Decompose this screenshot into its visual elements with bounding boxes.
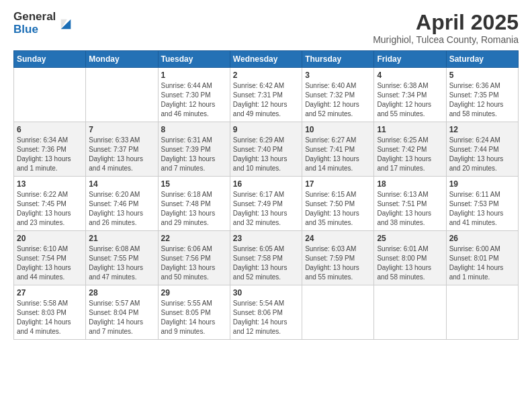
day-info: Sunrise: 6:01 AM Sunset: 8:00 PM Dayligh… (377, 244, 443, 282)
day-header: Friday (374, 51, 446, 68)
logo: General Blue (13, 11, 73, 36)
day-number: 27 (17, 288, 83, 298)
day-info: Sunrise: 6:42 AM Sunset: 7:31 PM Dayligh… (233, 81, 299, 119)
day-cell: 13Sunrise: 6:22 AM Sunset: 7:45 PM Dayli… (14, 177, 86, 231)
day-cell: 30Sunrise: 5:54 AM Sunset: 8:06 PM Dayli… (230, 285, 302, 340)
day-info: Sunrise: 6:27 AM Sunset: 7:41 PM Dayligh… (305, 136, 371, 173)
day-cell: 20Sunrise: 6:10 AM Sunset: 7:54 PM Dayli… (14, 231, 86, 285)
day-number: 15 (161, 179, 227, 189)
day-info: Sunrise: 6:20 AM Sunset: 7:46 PM Dayligh… (89, 190, 154, 228)
day-info: Sunrise: 5:54 AM Sunset: 8:06 PM Dayligh… (233, 299, 299, 336)
day-cell (374, 285, 446, 340)
day-info: Sunrise: 6:33 AM Sunset: 7:37 PM Dayligh… (89, 136, 154, 173)
day-header: Sunday (14, 51, 86, 68)
header: General Blue April 2025 Murighiol, Tulce… (13, 11, 519, 45)
day-number: 20 (17, 234, 83, 243)
logo-icon (58, 17, 73, 32)
day-number: 21 (89, 234, 154, 243)
day-number: 26 (449, 234, 515, 243)
day-info: Sunrise: 5:55 AM Sunset: 8:05 PM Dayligh… (161, 299, 227, 336)
day-info: Sunrise: 6:22 AM Sunset: 7:45 PM Dayligh… (17, 190, 83, 228)
day-cell: 27Sunrise: 5:58 AM Sunset: 8:03 PM Dayli… (14, 285, 86, 340)
day-info: Sunrise: 6:10 AM Sunset: 7:54 PM Dayligh… (17, 244, 83, 282)
day-cell (302, 285, 374, 340)
day-cell: 23Sunrise: 6:05 AM Sunset: 7:58 PM Dayli… (230, 231, 302, 285)
day-number: 28 (89, 288, 154, 298)
week-row: 27Sunrise: 5:58 AM Sunset: 8:03 PM Dayli… (14, 285, 519, 340)
day-cell (14, 68, 86, 122)
week-row: 1Sunrise: 6:44 AM Sunset: 7:30 PM Daylig… (14, 68, 519, 122)
day-number: 2 (233, 71, 299, 80)
logo-blue: Blue (13, 24, 56, 36)
day-info: Sunrise: 6:29 AM Sunset: 7:40 PM Dayligh… (233, 136, 299, 173)
day-cell: 16Sunrise: 6:17 AM Sunset: 7:49 PM Dayli… (230, 177, 302, 231)
day-info: Sunrise: 6:31 AM Sunset: 7:39 PM Dayligh… (161, 136, 227, 173)
day-cell: 24Sunrise: 6:03 AM Sunset: 7:59 PM Dayli… (302, 231, 374, 285)
day-info: Sunrise: 6:00 AM Sunset: 8:01 PM Dayligh… (449, 244, 515, 282)
day-info: Sunrise: 5:58 AM Sunset: 8:03 PM Dayligh… (17, 299, 83, 336)
day-info: Sunrise: 6:15 AM Sunset: 7:50 PM Dayligh… (305, 190, 371, 228)
day-cell: 11Sunrise: 6:25 AM Sunset: 7:42 PM Dayli… (374, 122, 446, 177)
calendar-body: 1Sunrise: 6:44 AM Sunset: 7:30 PM Daylig… (14, 68, 519, 340)
day-cell: 14Sunrise: 6:20 AM Sunset: 7:46 PM Dayli… (86, 177, 158, 231)
day-cell: 28Sunrise: 5:57 AM Sunset: 8:04 PM Dayli… (86, 285, 158, 340)
day-cell: 9Sunrise: 6:29 AM Sunset: 7:40 PM Daylig… (230, 122, 302, 177)
calendar-table: SundayMondayTuesdayWednesdayThursdayFrid… (13, 50, 519, 340)
day-number: 7 (89, 125, 154, 134)
day-cell: 5Sunrise: 6:36 AM Sunset: 7:35 PM Daylig… (446, 68, 518, 122)
title-area: April 2025 Murighiol, Tulcea County, Rom… (373, 11, 519, 45)
calendar-title: April 2025 (373, 11, 519, 34)
day-cell: 26Sunrise: 6:00 AM Sunset: 8:01 PM Dayli… (446, 231, 518, 285)
day-number: 11 (377, 125, 443, 134)
day-cell: 4Sunrise: 6:38 AM Sunset: 7:34 PM Daylig… (374, 68, 446, 122)
day-cell: 22Sunrise: 6:06 AM Sunset: 7:56 PM Dayli… (158, 231, 230, 285)
day-number: 4 (377, 71, 443, 80)
day-number: 1 (161, 71, 227, 80)
day-info: Sunrise: 6:13 AM Sunset: 7:51 PM Dayligh… (377, 190, 443, 228)
day-info: Sunrise: 6:34 AM Sunset: 7:36 PM Dayligh… (17, 136, 83, 173)
logo-general: General (13, 11, 56, 24)
header-row: SundayMondayTuesdayWednesdayThursdayFrid… (14, 51, 519, 68)
day-cell: 29Sunrise: 5:55 AM Sunset: 8:05 PM Dayli… (158, 285, 230, 340)
day-info: Sunrise: 6:25 AM Sunset: 7:42 PM Dayligh… (377, 136, 443, 173)
day-info: Sunrise: 6:18 AM Sunset: 7:48 PM Dayligh… (161, 190, 227, 228)
day-cell: 7Sunrise: 6:33 AM Sunset: 7:37 PM Daylig… (86, 122, 158, 177)
day-number: 16 (233, 179, 299, 189)
day-cell (86, 68, 158, 122)
day-info: Sunrise: 6:03 AM Sunset: 7:59 PM Dayligh… (305, 244, 371, 282)
day-number: 10 (305, 125, 371, 134)
day-cell (446, 285, 518, 340)
day-cell: 12Sunrise: 6:24 AM Sunset: 7:44 PM Dayli… (446, 122, 518, 177)
week-row: 20Sunrise: 6:10 AM Sunset: 7:54 PM Dayli… (14, 231, 519, 285)
day-cell: 17Sunrise: 6:15 AM Sunset: 7:50 PM Dayli… (302, 177, 374, 231)
day-cell: 8Sunrise: 6:31 AM Sunset: 7:39 PM Daylig… (158, 122, 230, 177)
day-number: 24 (305, 234, 371, 243)
day-number: 12 (449, 125, 515, 134)
day-cell: 10Sunrise: 6:27 AM Sunset: 7:41 PM Dayli… (302, 122, 374, 177)
day-info: Sunrise: 6:38 AM Sunset: 7:34 PM Dayligh… (377, 81, 443, 119)
day-info: Sunrise: 6:05 AM Sunset: 7:58 PM Dayligh… (233, 244, 299, 282)
day-header: Monday (86, 51, 158, 68)
day-info: Sunrise: 6:40 AM Sunset: 7:32 PM Dayligh… (305, 81, 371, 119)
day-info: Sunrise: 6:17 AM Sunset: 7:49 PM Dayligh… (233, 190, 299, 228)
day-number: 9 (233, 125, 299, 134)
day-cell: 2Sunrise: 6:42 AM Sunset: 7:31 PM Daylig… (230, 68, 302, 122)
day-info: Sunrise: 6:08 AM Sunset: 7:55 PM Dayligh… (89, 244, 154, 282)
day-number: 14 (89, 179, 154, 189)
day-number: 6 (17, 125, 83, 134)
day-cell: 1Sunrise: 6:44 AM Sunset: 7:30 PM Daylig… (158, 68, 230, 122)
day-cell: 3Sunrise: 6:40 AM Sunset: 7:32 PM Daylig… (302, 68, 374, 122)
day-number: 5 (449, 71, 515, 80)
day-cell: 19Sunrise: 6:11 AM Sunset: 7:53 PM Dayli… (446, 177, 518, 231)
day-info: Sunrise: 6:44 AM Sunset: 7:30 PM Dayligh… (161, 81, 227, 119)
day-number: 29 (161, 288, 227, 298)
day-number: 3 (305, 71, 371, 80)
day-header: Saturday (446, 51, 518, 68)
day-cell: 6Sunrise: 6:34 AM Sunset: 7:36 PM Daylig… (14, 122, 86, 177)
day-info: Sunrise: 6:24 AM Sunset: 7:44 PM Dayligh… (449, 136, 515, 173)
day-number: 22 (161, 234, 227, 243)
day-number: 13 (17, 179, 83, 189)
week-row: 6Sunrise: 6:34 AM Sunset: 7:36 PM Daylig… (14, 122, 519, 177)
day-cell: 25Sunrise: 6:01 AM Sunset: 8:00 PM Dayli… (374, 231, 446, 285)
week-row: 13Sunrise: 6:22 AM Sunset: 7:45 PM Dayli… (14, 177, 519, 231)
